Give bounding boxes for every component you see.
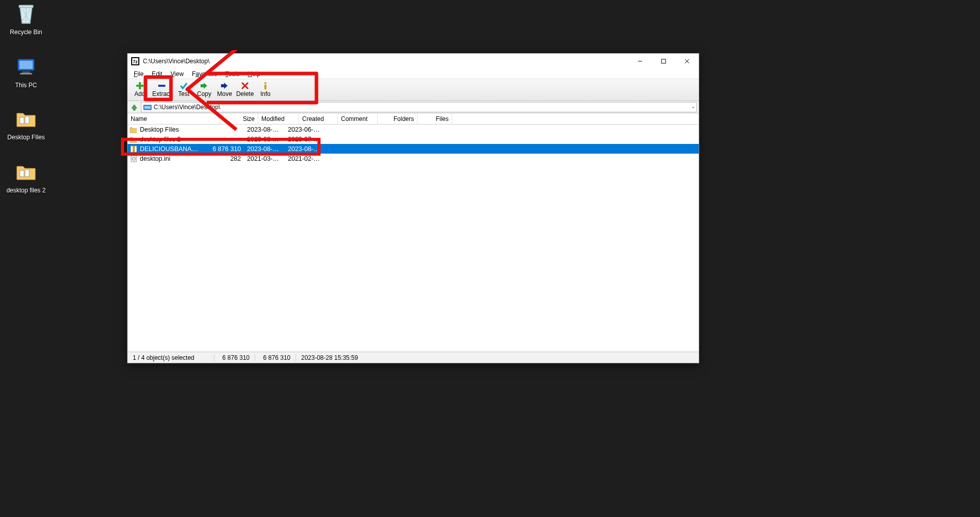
file-list[interactable]: Desktop FIles2023-08-27...2023-06-14...d…	[128, 125, 699, 352]
drive-icon	[143, 103, 152, 111]
status-size-total: 6 876 310	[255, 354, 296, 361]
close-button[interactable]	[675, 54, 699, 69]
desktop-icon-label: desktop files 2	[7, 187, 46, 194]
menu-tools[interactable]: Tools	[221, 70, 243, 78]
header-size[interactable]: Size	[219, 113, 258, 124]
file-modified: 2021-03-23...	[244, 155, 285, 162]
header-name[interactable]: Name	[128, 113, 219, 124]
file-row[interactable]: DELICIOUSBANAN...6 876 3102023-08-28...2…	[128, 144, 699, 154]
plus-icon	[136, 81, 144, 90]
svg-rect-6	[25, 116, 29, 124]
file-type-icon	[128, 145, 137, 153]
svg-rect-24	[264, 85, 266, 89]
this-pc-icon	[14, 55, 38, 80]
svg-rect-29	[133, 146, 135, 152]
svg-rect-3	[22, 71, 30, 73]
toolbar-move[interactable]: Move	[214, 80, 235, 99]
file-name: desktop files 2	[137, 136, 203, 143]
toolbar-label: Move	[217, 90, 232, 97]
file-type-icon	[128, 126, 137, 133]
svg-rect-8	[25, 169, 29, 177]
file-size: 282	[203, 155, 244, 162]
toolbar-info[interactable]: Info	[255, 80, 276, 99]
desktop-icon-label: This PC	[15, 82, 37, 89]
svg-rect-18	[158, 85, 165, 87]
recycle-bin-icon	[14, 2, 38, 27]
svg-rect-7	[20, 170, 24, 177]
toolbar-extract[interactable]: Extract	[150, 80, 174, 99]
status-date: 2023-08-28 15:35:59	[296, 354, 378, 361]
header-modified[interactable]: Modified	[258, 113, 299, 124]
file-created: 2023-07-26...	[285, 136, 324, 143]
desktop-icon-recycle-bin[interactable]: Recycle Bin	[3, 2, 49, 36]
menu-favorites[interactable]: Favorites	[188, 70, 221, 78]
toolbar-label: Add	[134, 90, 145, 97]
file-created: 2023-08-28...	[285, 145, 324, 153]
svg-rect-0	[19, 5, 33, 8]
file-name: desktop.ini	[137, 155, 203, 162]
menu-view[interactable]: View	[166, 70, 188, 78]
svg-text:7z: 7z	[133, 59, 138, 64]
address-path[interactable]: C:\Users\Vince\Desktop\ ⌄	[141, 102, 697, 112]
address-bar: C:\Users\Vince\Desktop\ ⌄	[128, 101, 699, 113]
file-row[interactable]: Desktop FIles2023-08-27...2023-06-14...	[128, 125, 699, 134]
window-title: C:\Users\Vince\Desktop\	[143, 58, 628, 65]
file-name: DELICIOUSBANAN...	[137, 145, 203, 153]
desktop-icon-label: Recycle Bin	[10, 29, 42, 36]
desktop-icon-label: Desktop FIles	[7, 134, 44, 141]
toolbar: Add Extract Test Copy Move Delete Info	[128, 79, 699, 101]
up-button[interactable]	[129, 102, 140, 113]
toolbar-copy[interactable]: Copy	[194, 80, 214, 99]
arrow-copy-icon	[200, 81, 209, 90]
toolbar-delete[interactable]: Delete	[235, 80, 255, 99]
folder-icon	[14, 107, 38, 132]
minus-icon	[158, 81, 166, 90]
folder-icon	[14, 160, 38, 185]
file-row[interactable]: desktop files 22023-08-28...2023-07-26..…	[128, 134, 699, 144]
info-icon	[261, 81, 270, 90]
desktop-icon-desktop-files-2[interactable]: desktop files 2	[3, 160, 49, 194]
desktop-icon-this-pc[interactable]: This PC	[3, 55, 49, 89]
x-icon	[241, 81, 249, 90]
file-created: 2021-02-28...	[285, 155, 324, 162]
sevenzip-icon: 7z	[131, 57, 140, 66]
menu-help[interactable]: Help	[243, 70, 264, 78]
address-text: C:\Users\Vince\Desktop\	[154, 104, 220, 111]
svg-marker-20	[221, 83, 228, 89]
svg-rect-5	[20, 117, 24, 124]
file-type-icon	[128, 136, 137, 143]
toolbar-add[interactable]: Add	[130, 80, 150, 99]
svg-rect-13	[662, 59, 666, 63]
desktop-icon-desktop-files[interactable]: Desktop FIles	[3, 107, 49, 141]
header-folders[interactable]: Folders	[378, 113, 418, 124]
menubar: File Edit View Favorites Tools Help	[128, 69, 699, 79]
titlebar[interactable]: 7z C:\Users\Vince\Desktop\	[128, 54, 699, 69]
toolbar-label: Delete	[236, 90, 254, 97]
status-bar: 1 / 4 object(s) selected 6 876 310 6 876…	[128, 352, 699, 363]
menu-file[interactable]: File	[130, 70, 148, 78]
minimize-button[interactable]	[628, 54, 652, 69]
toolbar-label: Info	[260, 90, 271, 97]
toolbar-label: Extract	[152, 90, 171, 97]
svg-rect-2	[19, 61, 33, 69]
toolbar-label: Copy	[197, 90, 211, 97]
menu-edit[interactable]: Edit	[148, 70, 166, 78]
chevron-down-icon[interactable]: ⌄	[691, 104, 695, 109]
svg-rect-17	[136, 85, 143, 87]
toolbar-label: Test	[178, 90, 189, 97]
file-row[interactable]: desktop.ini2822021-03-23...2021-02-28...	[128, 154, 699, 163]
file-size: 6 876 310	[203, 145, 244, 153]
header-files[interactable]: Files	[418, 113, 452, 124]
file-modified: 2023-08-28...	[244, 145, 285, 153]
header-comment[interactable]: Comment	[338, 113, 378, 124]
svg-marker-19	[201, 83, 207, 89]
header-created[interactable]: Created	[299, 113, 338, 124]
maximize-button[interactable]	[652, 54, 675, 69]
file-name: Desktop FIles	[137, 126, 203, 133]
svg-marker-25	[132, 105, 137, 110]
file-created: 2023-06-14...	[285, 126, 324, 133]
sevenzip-window: 7z C:\Users\Vince\Desktop\ File Edit Vie…	[127, 53, 699, 363]
file-modified: 2023-08-27...	[244, 126, 285, 133]
status-size-sel: 6 876 310	[214, 354, 255, 361]
toolbar-test[interactable]: Test	[174, 80, 194, 99]
